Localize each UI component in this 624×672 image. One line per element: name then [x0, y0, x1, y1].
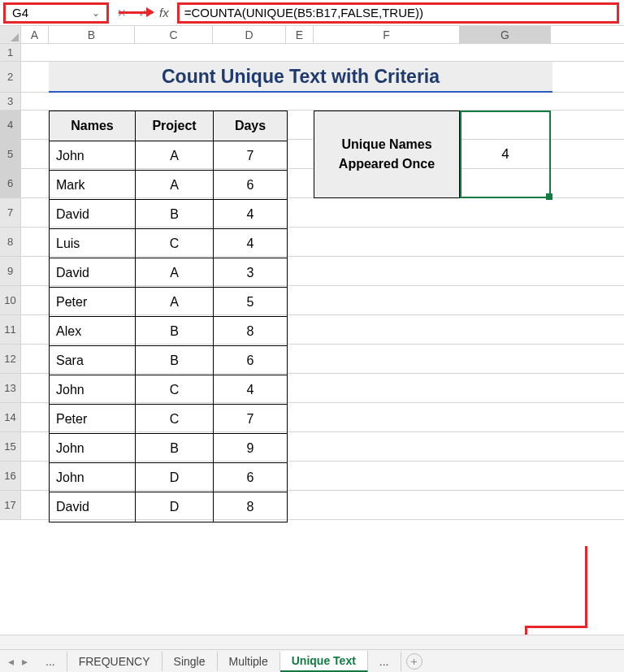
row-header[interactable]: 3	[0, 93, 21, 110]
row-header[interactable]: 1	[0, 44, 21, 61]
cell-project[interactable]: D	[136, 463, 214, 492]
col-header[interactable]: B	[49, 26, 135, 43]
col-header[interactable]: G	[460, 26, 551, 43]
cell-project[interactable]: D	[136, 492, 214, 522]
cell-days[interactable]: 4	[214, 200, 287, 228]
cell-name[interactable]: David	[50, 492, 136, 522]
tab-single[interactable]: Single	[162, 652, 218, 671]
cell-days[interactable]: 6	[214, 463, 287, 492]
cell-project[interactable]: C	[136, 375, 214, 404]
rows: 1 2 3 4 5 6 7 8 9 10 11 12 13 14 15 16 1…	[0, 44, 624, 520]
cell-days[interactable]: 7	[214, 141, 287, 170]
tab-ellipsis-right[interactable]: ...	[368, 652, 401, 671]
name-box-value: G4	[12, 6, 28, 20]
col-header[interactable]: C	[135, 26, 213, 43]
cell-days[interactable]: 4	[214, 229, 287, 258]
table-row: DavidB4	[50, 200, 287, 229]
row-header[interactable]: 4	[0, 111, 21, 139]
page-title-text: Count Unique Text with Criteria	[162, 66, 440, 88]
table-row: JohnB9	[50, 434, 287, 463]
table-row: SaraB6	[50, 346, 287, 375]
cell-project[interactable]: C	[136, 229, 214, 258]
table-header-row: Names Project Days	[50, 111, 287, 141]
sheet-tab-strip: ◂ ▸ ... FREQUENCY Single Multiple Unique…	[0, 649, 624, 672]
formula-text: =COUNTA(UNIQUE(B5:B17,FALSE,TRUE))	[184, 6, 423, 20]
worksheet-grid: A B C D E F G 1 2 3 4 5 6 7 8 9 10 11 12…	[0, 26, 624, 520]
formula-bar: G4 ⌄ ✕ ✓ fx =COUNTA(UNIQUE(B5:B17,FALSE,…	[0, 0, 624, 26]
col-names: Names	[50, 111, 136, 141]
cell-name[interactable]: Luis	[50, 229, 136, 258]
tab-nav: ◂ ▸	[8, 655, 34, 668]
cell-project[interactable]: B	[136, 346, 214, 375]
tab-frequency[interactable]: FREQUENCY	[67, 652, 162, 671]
col-header[interactable]: D	[213, 26, 286, 43]
name-box[interactable]: G4 ⌄	[3, 2, 109, 24]
table-row: MarkA6	[50, 171, 287, 200]
cell-days[interactable]: 6	[214, 171, 287, 199]
table-row: JohnC4	[50, 375, 287, 405]
new-sheet-button[interactable]: +	[406, 653, 422, 670]
annotation-arrow	[119, 11, 153, 14]
tab-ellipsis[interactable]: ...	[34, 652, 67, 671]
fx-icon[interactable]: fx	[159, 6, 169, 20]
tab-unique-text[interactable]: Unique Text	[280, 651, 368, 672]
row-header[interactable]: 16	[0, 462, 21, 490]
cell-project[interactable]: B	[136, 434, 214, 462]
cell-name[interactable]: Alex	[50, 317, 136, 345]
cell-name[interactable]: Peter	[50, 288, 136, 316]
row-header[interactable]: 17	[0, 491, 21, 519]
col-header[interactable]: A	[21, 26, 49, 43]
cell-days[interactable]: 4	[214, 375, 287, 404]
formula-input[interactable]: =COUNTA(UNIQUE(B5:B17,FALSE,TRUE))	[177, 2, 619, 24]
table-row: PeterC7	[50, 405, 287, 434]
cell-name[interactable]: John	[50, 141, 136, 170]
cell-project[interactable]: A	[136, 258, 214, 287]
cell-days[interactable]: 5	[214, 288, 287, 316]
cell-name[interactable]: Peter	[50, 405, 136, 433]
row-header[interactable]: 6	[0, 169, 21, 197]
cell-days[interactable]: 6	[214, 346, 287, 375]
cell-days[interactable]: 8	[214, 317, 287, 345]
row-header[interactable]: 2	[0, 62, 21, 92]
cell-project[interactable]: B	[136, 317, 214, 345]
cell-name[interactable]: John	[50, 463, 136, 492]
col-days: Days	[214, 111, 287, 141]
row-header[interactable]: 13	[0, 374, 21, 402]
select-all-triangle[interactable]	[0, 26, 21, 44]
cell-name[interactable]: David	[50, 258, 136, 287]
cell-days[interactable]: 9	[214, 434, 287, 462]
row-header[interactable]: 7	[0, 198, 21, 227]
cell-project[interactable]: A	[136, 288, 214, 316]
row-header[interactable]: 14	[0, 403, 21, 431]
column-headers: A B C D E F G	[0, 26, 624, 44]
cell-name[interactable]: David	[50, 200, 136, 228]
cell-name[interactable]: Sara	[50, 346, 136, 375]
cell-days[interactable]: 3	[214, 258, 287, 287]
row-header[interactable]: 15	[0, 432, 21, 461]
cell-days[interactable]: 8	[214, 492, 287, 522]
col-header[interactable]: F	[314, 26, 460, 43]
row-header[interactable]: 9	[0, 257, 21, 285]
cell-name[interactable]: John	[50, 434, 136, 462]
cell-name[interactable]: Mark	[50, 171, 136, 199]
tab-prev-icon[interactable]: ◂	[8, 655, 14, 668]
cell-project[interactable]: B	[136, 200, 214, 228]
cell-name[interactable]: John	[50, 375, 136, 404]
table-row: PeterA5	[50, 288, 287, 317]
row-header[interactable]: 5	[0, 140, 21, 168]
cell-project[interactable]: A	[136, 171, 214, 199]
horizontal-scrollbar[interactable]	[0, 635, 624, 649]
row-header[interactable]: 12	[0, 345, 21, 373]
active-cell[interactable]: 4	[460, 111, 551, 198]
row-header[interactable]: 8	[0, 228, 21, 256]
cell-days[interactable]: 7	[214, 405, 287, 433]
cell-project[interactable]: C	[136, 405, 214, 433]
table-row: JohnA7	[50, 141, 287, 171]
row-header[interactable]: 11	[0, 315, 21, 344]
chevron-down-icon[interactable]: ⌄	[92, 7, 100, 19]
tab-next-icon[interactable]: ▸	[22, 655, 28, 668]
cell-project[interactable]: A	[136, 141, 214, 170]
tab-multiple[interactable]: Multiple	[218, 652, 280, 671]
row-header[interactable]: 10	[0, 286, 21, 314]
col-header[interactable]: E	[286, 26, 314, 43]
